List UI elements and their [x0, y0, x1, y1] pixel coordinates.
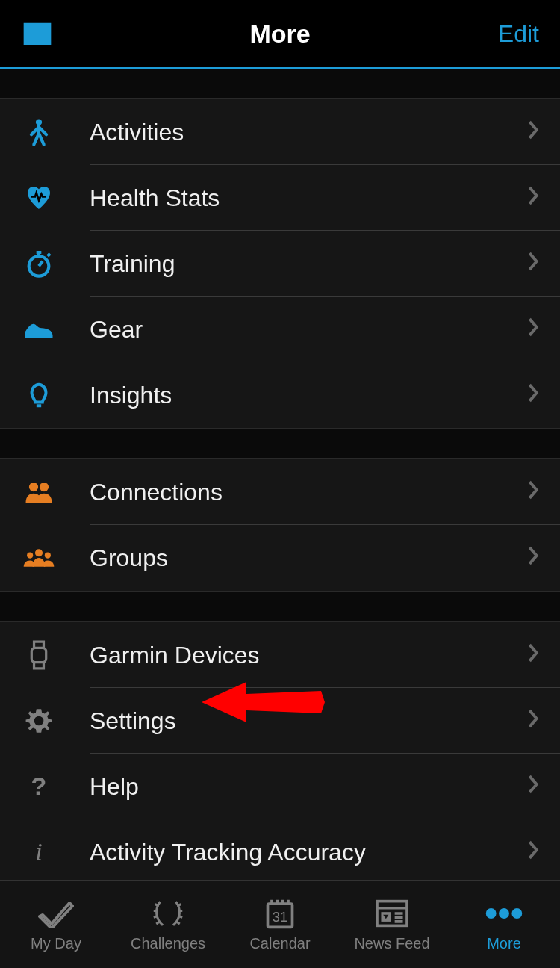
svg-text:?: ?: [31, 772, 47, 800]
tab-label: Challenges: [131, 935, 205, 952]
menu-item-label: Settings: [90, 707, 527, 735]
chevron-right-icon: [527, 382, 539, 409]
tab-calendar[interactable]: 31 Calendar: [224, 881, 336, 968]
menu-item-activity-tracking-accuracy[interactable]: i Activity Tracking Accuracy: [0, 819, 560, 885]
tab-label: More: [487, 935, 521, 952]
bulb-icon: [22, 379, 55, 412]
chevron-right-icon: [527, 185, 539, 211]
menu-item-training[interactable]: Training: [0, 231, 560, 297]
tab-bar: My Day Challenges 31 Calendar News Feed …: [0, 880, 560, 968]
heart-icon: [22, 182, 55, 214]
laurel-icon: [149, 896, 187, 931]
menu-item-insights[interactable]: Insights: [0, 362, 560, 428]
svg-point-5: [27, 553, 33, 559]
menu-section: Activities Health Stats Training Gear In…: [0, 99, 560, 429]
stopwatch-icon: [22, 247, 55, 280]
menu-section: Garmin Devices Settings ? Help i Activit…: [0, 621, 560, 886]
menu-item-settings[interactable]: Settings: [0, 688, 560, 754]
menu-item-label: Help: [90, 773, 527, 801]
svg-point-4: [35, 549, 43, 556]
menu-item-label: Insights: [90, 382, 527, 409]
chevron-right-icon: [527, 317, 539, 343]
menu-item-label: Activities: [90, 119, 527, 146]
tab-label: My Day: [31, 935, 81, 952]
group-icon: [22, 542, 55, 574]
chevron-right-icon: [527, 642, 539, 668]
svg-text:31: 31: [273, 909, 287, 925]
gear-icon: [22, 704, 55, 737]
svg-point-17: [511, 908, 522, 919]
tab-more[interactable]: More: [448, 881, 560, 968]
menu-item-groups[interactable]: Groups: [0, 525, 560, 591]
menu-item-label: Training: [90, 250, 527, 278]
chevron-right-icon: [527, 774, 539, 800]
menu-item-label: Activity Tracking Accuracy: [90, 839, 527, 866]
page-title: More: [249, 19, 310, 49]
svg-text:i: i: [35, 838, 42, 865]
menu-item-label: Groups: [90, 544, 527, 572]
info-icon: i: [22, 836, 55, 869]
menu-item-garmin-devices[interactable]: Garmin Devices: [0, 622, 560, 688]
menu-item-label: Garmin Devices: [90, 642, 527, 669]
svg-point-16: [499, 908, 509, 919]
more-icon: [485, 896, 523, 931]
people-icon: [22, 476, 55, 509]
tab-challenges[interactable]: Challenges: [112, 881, 224, 968]
menu-item-connections[interactable]: Connections: [0, 459, 560, 525]
chevron-right-icon: [527, 120, 539, 146]
menu-item-label: Health Stats: [90, 184, 527, 212]
tab-my-day[interactable]: My Day: [0, 881, 112, 968]
activity-icon: [22, 116, 55, 149]
svg-point-6: [45, 553, 51, 559]
chevron-right-icon: [527, 545, 539, 571]
news-icon: [374, 896, 410, 931]
tab-news-feed[interactable]: News Feed: [336, 881, 448, 968]
content-list: Activities Health Stats Training Gear In…: [0, 69, 560, 901]
chevron-right-icon: [527, 251, 539, 277]
inbox-icon[interactable]: [21, 20, 54, 47]
header: More Edit: [0, 0, 560, 69]
menu-item-label: Connections: [90, 479, 527, 506]
shoe-icon: [22, 313, 55, 346]
menu-section: Connections Groups: [0, 459, 560, 592]
section-spacer: [0, 69, 560, 99]
chevron-right-icon: [527, 708, 539, 734]
menu-item-label: Gear: [90, 316, 527, 344]
menu-item-health-stats[interactable]: Health Stats: [0, 165, 560, 231]
watch-icon: [22, 639, 55, 671]
section-spacer: [0, 592, 560, 621]
menu-item-gear[interactable]: Gear: [0, 297, 560, 362]
chevron-right-icon: [527, 840, 539, 866]
question-icon: ?: [22, 770, 55, 803]
svg-rect-7: [31, 648, 46, 662]
menu-item-activities[interactable]: Activities: [0, 99, 560, 165]
svg-point-2: [29, 483, 38, 491]
calendar-icon: 31: [264, 896, 296, 931]
section-spacer: [0, 429, 560, 459]
svg-point-15: [486, 908, 497, 919]
check-icon: [38, 896, 74, 931]
edit-button[interactable]: Edit: [498, 20, 539, 48]
svg-point-0: [36, 120, 42, 125]
menu-item-help[interactable]: ? Help: [0, 754, 560, 819]
tab-label: News Feed: [354, 935, 429, 952]
tab-label: Calendar: [249, 935, 310, 952]
svg-point-3: [40, 483, 49, 491]
chevron-right-icon: [527, 480, 539, 506]
